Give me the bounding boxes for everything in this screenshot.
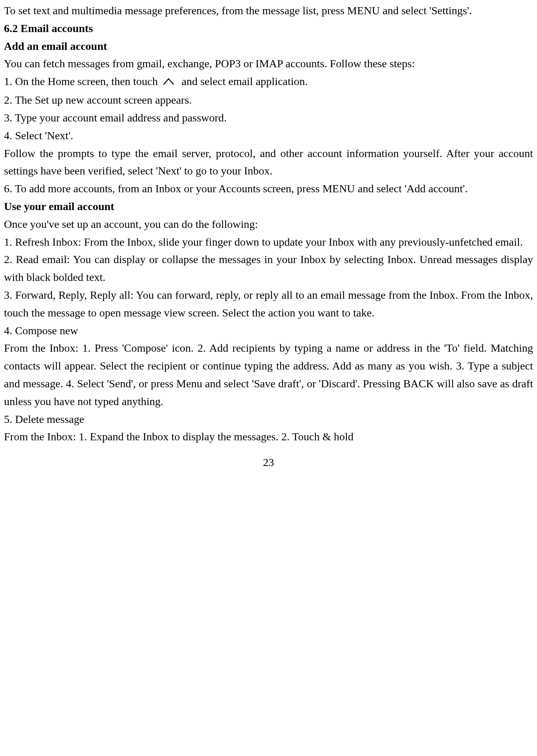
paragraph-once-setup: Once you've set up an account, you can d…	[4, 216, 533, 233]
heading-add-email: Add an email account	[4, 38, 533, 55]
use-step-5: 5. Delete message	[4, 411, 533, 428]
document-content: To set text and multimedia message prefe…	[4, 2, 533, 446]
step-3: 3. Type your account email address and p…	[4, 109, 533, 127]
paragraph-intro: To set text and multimedia message prefe…	[4, 2, 533, 20]
step-1-after: and select email application.	[179, 75, 308, 87]
step-1: 1. On the Home screen, then touch and se…	[4, 73, 533, 91]
use-step-2: 2. Read email: You can display or collap…	[4, 251, 533, 286]
step-2: 2. The Set up new account screen appears…	[4, 91, 533, 109]
step-6: 6. To add more accounts, from an Inbox o…	[4, 180, 533, 198]
step-4: 4. Select 'Next'.	[4, 127, 533, 145]
heading-email-accounts: 6.2 Email accounts	[4, 20, 533, 38]
heading-use-email: Use your email account	[4, 198, 533, 216]
use-step-4: 4. Compose new	[4, 322, 533, 340]
page-number: 23	[4, 454, 533, 472]
paragraph-prompts: Follow the prompts to type the email ser…	[4, 145, 533, 180]
paragraph-fetch: You can fetch messages from gmail, excha…	[4, 55, 533, 73]
use-step-1: 1. Refresh Inbox: From the Inbox, slide …	[4, 233, 533, 251]
use-step-3: 3. Forward, Reply, Reply all: You can fo…	[4, 286, 533, 322]
chevron-up-icon	[161, 74, 176, 91]
step-1-before: 1. On the Home screen, then touch	[4, 75, 161, 87]
compose-instructions: From the Inbox: 1. Press 'Compose' icon.…	[4, 339, 533, 410]
delete-instructions: From the Inbox: 1. Expand the Inbox to d…	[4, 428, 533, 446]
